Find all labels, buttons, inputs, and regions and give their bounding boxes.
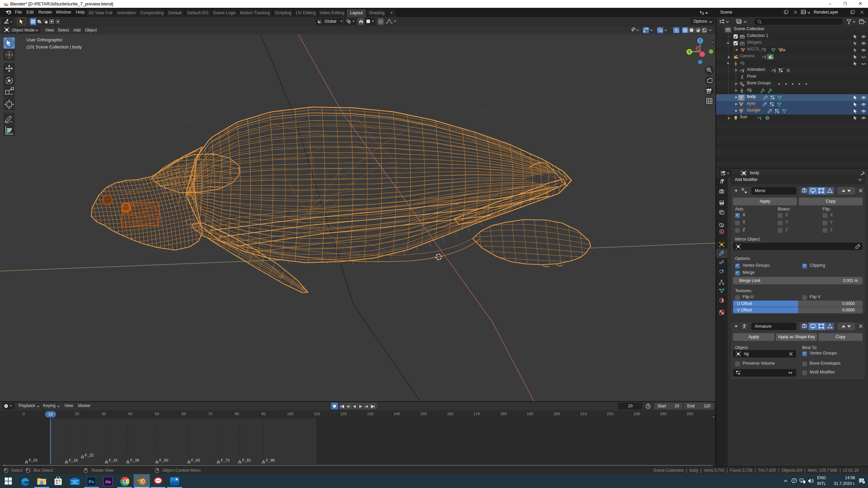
- svg-text:Ae: Ae: [105, 479, 111, 484]
- svg-text:User Orthographic: User Orthographic: [26, 37, 63, 42]
- svg-text:(10) Scene Collection | body: (10) Scene Collection | body: [26, 44, 82, 49]
- svg-text:1: 1: [863, 481, 865, 484]
- svg-text:X: X: [697, 47, 699, 50]
- svg-text:Z: Z: [699, 39, 701, 43]
- svg-text:Ps: Ps: [89, 479, 94, 484]
- svg-text:Y: Y: [688, 50, 691, 54]
